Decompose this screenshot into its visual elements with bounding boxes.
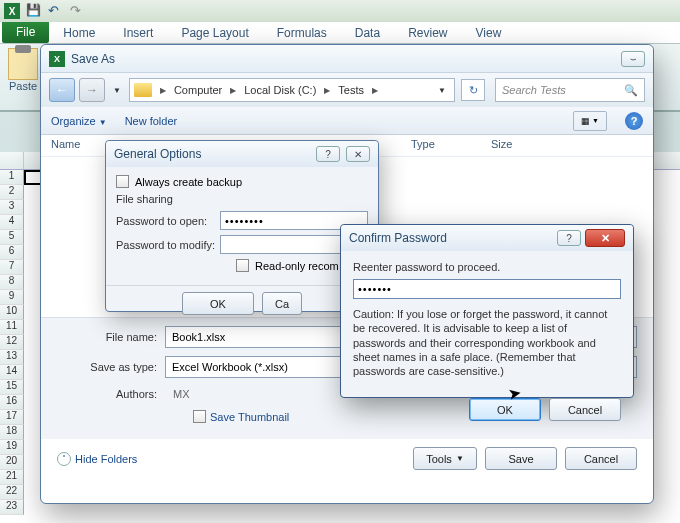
search-placeholder: Search Tests [502, 84, 566, 96]
file-tab[interactable]: File [2, 22, 49, 43]
confirm-password-input[interactable] [353, 279, 621, 299]
ok-button[interactable]: OK [469, 398, 541, 421]
file-sharing-label: File sharing [116, 193, 368, 205]
col-type[interactable]: Type [371, 135, 451, 156]
col-size[interactable]: Size [451, 135, 541, 156]
filename-value: Book1.xlsx [172, 331, 225, 343]
help-button[interactable]: ? [557, 230, 581, 246]
authors-label: Authors: [57, 388, 157, 400]
row-header[interactable]: 7 [0, 260, 24, 275]
row-header[interactable]: 23 [0, 500, 24, 515]
breadcrumb-seg[interactable]: Computer [170, 82, 226, 98]
excel-icon: X [49, 51, 65, 67]
tools-button[interactable]: Tools▼ [413, 447, 477, 470]
tab-insert[interactable]: Insert [109, 22, 167, 43]
row-header[interactable]: 8 [0, 275, 24, 290]
backup-checkbox[interactable] [116, 175, 129, 188]
tab-page-layout[interactable]: Page Layout [167, 22, 262, 43]
pwd-modify-label: Password to modify: [116, 239, 220, 251]
chevron-up-icon: ˄ [57, 452, 71, 466]
refresh-button[interactable]: ↻ [461, 79, 485, 101]
checkbox-icon [193, 410, 206, 423]
view-options[interactable]: ▦▼ [573, 111, 607, 131]
minimize-button[interactable] [621, 51, 645, 67]
row-header[interactable]: 9 [0, 290, 24, 305]
history-dropdown[interactable]: ▼ [109, 86, 125, 95]
tab-data[interactable]: Data [341, 22, 394, 43]
cancel-button[interactable]: Cancel [565, 447, 637, 470]
row-header[interactable]: 2 [0, 185, 24, 200]
row-header[interactable]: 11 [0, 320, 24, 335]
nav-bar: ← → ▼ ▶ Computer ▶ Local Disk (C:) ▶ Tes… [41, 73, 653, 107]
search-icon: 🔍 [624, 84, 638, 97]
tab-view[interactable]: View [462, 22, 516, 43]
row-header[interactable]: 14 [0, 365, 24, 380]
row-header[interactable]: 13 [0, 350, 24, 365]
caution-text: Caution: If you lose or forget the passw… [353, 307, 621, 378]
save-button[interactable]: Save [485, 447, 557, 470]
row-header[interactable]: 22 [0, 485, 24, 500]
row-header[interactable]: 18 [0, 425, 24, 440]
tab-formulas[interactable]: Formulas [263, 22, 341, 43]
toolbar: Organize ▼ New folder ▦▼ ? [41, 107, 653, 135]
row-header[interactable]: 15 [0, 380, 24, 395]
dialog-title: Save As [71, 52, 615, 66]
row-header[interactable]: 17 [0, 410, 24, 425]
breadcrumb-seg[interactable]: Local Disk (C:) [240, 82, 320, 98]
breadcrumb[interactable]: ▶ Computer ▶ Local Disk (C:) ▶ Tests ▶ ▼ [129, 78, 455, 102]
tab-home[interactable]: Home [49, 22, 109, 43]
close-button[interactable]: ✕ [346, 146, 370, 162]
row-header[interactable]: 12 [0, 335, 24, 350]
cancel-button[interactable]: Cancel [549, 398, 621, 421]
cancel-button[interactable]: Ca [262, 292, 302, 315]
row-header[interactable]: 4 [0, 215, 24, 230]
confirm-password-dialog: Confirm Password ? ✕ Reenter password to… [340, 224, 634, 398]
row-header[interactable]: 10 [0, 305, 24, 320]
backup-label: Always create backup [135, 176, 242, 188]
general-options-dialog: General Options ? ✕ Always create backup… [105, 140, 379, 312]
dialog-footer: ˄ Hide Folders Tools▼ Save Cancel [41, 439, 653, 482]
breadcrumb-seg[interactable]: Tests [334, 82, 368, 98]
search-input[interactable]: Search Tests 🔍 [495, 78, 645, 102]
ok-button[interactable]: OK [182, 292, 254, 315]
col-name[interactable]: Name [51, 135, 101, 156]
paste-button[interactable]: Paste [8, 48, 38, 92]
tab-review[interactable]: Review [394, 22, 461, 43]
row-header[interactable]: 19 [0, 440, 24, 455]
ribbon-tabs: File Home Insert Page Layout Formulas Da… [0, 22, 680, 44]
row-header[interactable]: 3 [0, 200, 24, 215]
row-header[interactable]: 1 [0, 170, 24, 185]
confirm-titlebar: Confirm Password ? ✕ [341, 225, 633, 251]
back-button[interactable]: ← [49, 78, 75, 102]
qat-save-icon[interactable] [26, 3, 42, 19]
row-header[interactable]: 20 [0, 455, 24, 470]
new-folder-button[interactable]: New folder [125, 115, 178, 127]
close-button[interactable]: ✕ [585, 229, 625, 247]
row-header[interactable]: 21 [0, 470, 24, 485]
excel-icon: X [4, 3, 20, 19]
savetype-label: Save as type: [57, 361, 157, 373]
quick-access-toolbar: X [0, 0, 680, 22]
qat-redo-icon[interactable] [70, 3, 86, 19]
row-headers: 1 2 3 4 5 6 7 8 9 10 11 12 13 14 15 16 1… [0, 170, 24, 515]
genopt-titlebar: General Options ? ✕ [106, 141, 378, 167]
help-button[interactable]: ? [316, 146, 340, 162]
row-header[interactable]: 5 [0, 230, 24, 245]
pwd-open-label: Password to open: [116, 215, 220, 227]
qat-undo-icon[interactable] [48, 3, 64, 19]
authors-value[interactable]: MX [165, 386, 198, 402]
savetype-value: Excel Workbook (*.xlsx) [172, 361, 288, 373]
save-thumbnail-label: Save Thumbnail [210, 411, 289, 423]
row-header[interactable]: 16 [0, 395, 24, 410]
hide-folders-button[interactable]: ˄ Hide Folders [57, 452, 137, 466]
dialog-title: Confirm Password [349, 231, 551, 245]
readonly-checkbox[interactable] [236, 259, 249, 272]
forward-button[interactable]: → [79, 78, 105, 102]
confirm-prompt: Reenter password to proceed. [353, 261, 621, 273]
readonly-label: Read-only recom [255, 260, 339, 272]
organize-menu[interactable]: Organize ▼ [51, 115, 107, 127]
folder-icon [134, 83, 152, 97]
row-header[interactable]: 6 [0, 245, 24, 260]
help-button[interactable]: ? [625, 112, 643, 130]
dialog-title: General Options [114, 147, 310, 161]
